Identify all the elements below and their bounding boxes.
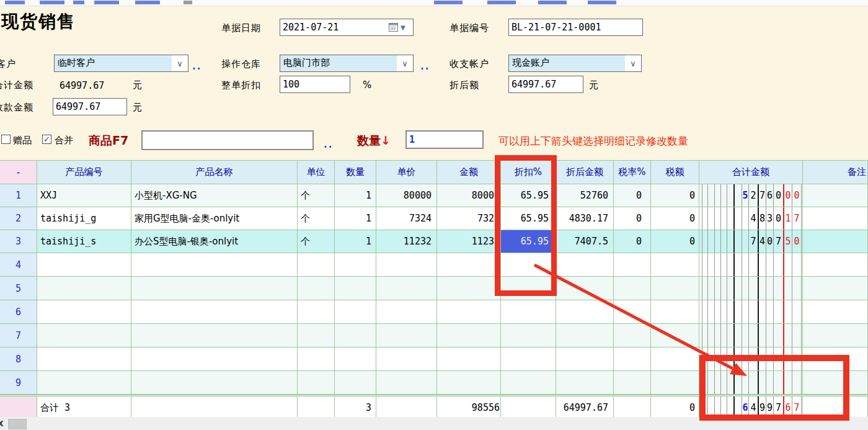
cell-price[interactable] [376, 347, 437, 371]
cell-unit[interactable] [298, 253, 335, 277]
toolbar-link-fragment[interactable] [135, 1, 160, 4]
cell-taxrate[interactable] [614, 300, 651, 324]
customer-combobox[interactable]: 临时客户 ∨ [54, 55, 188, 72]
cell-name[interactable]: 办公S型电脑-银奥-onlyit [131, 230, 298, 253]
cell-taxrate[interactable]: 0 [614, 184, 651, 207]
cell-no[interactable]: 5 [0, 277, 37, 300]
cell-code[interactable] [37, 371, 131, 395]
cell-code[interactable] [37, 253, 131, 277]
cell-tax[interactable]: 0 [651, 184, 699, 207]
cell-tax[interactable]: 0 [651, 207, 699, 230]
toolbar-link-fragment[interactable] [588, 1, 616, 4]
cell-taxrate[interactable] [614, 371, 651, 395]
cell-price[interactable] [376, 277, 437, 300]
cell-total[interactable]: 483017 [699, 207, 803, 230]
cell-taxrate[interactable] [614, 253, 651, 277]
calendar-icon[interactable] [389, 23, 398, 32]
cell-unit[interactable] [298, 347, 335, 371]
cell-remark[interactable] [803, 277, 868, 300]
cell-total[interactable] [699, 324, 803, 347]
cell-tax[interactable] [651, 371, 699, 395]
toolbar-link-fragment[interactable] [73, 1, 84, 4]
cell-taxrate[interactable] [614, 324, 651, 347]
cell-name[interactable] [131, 277, 298, 300]
cell-after[interactable] [556, 300, 614, 324]
cell-no[interactable]: 8 [0, 347, 37, 371]
cell-discount[interactable] [501, 347, 556, 371]
cell-unit[interactable]: 个 [298, 184, 335, 207]
cell-qty[interactable]: 1 [335, 184, 376, 207]
cell-price[interactable] [376, 324, 437, 347]
cell-no[interactable]: 1 [0, 184, 37, 207]
toolbar-link-fragment[interactable] [434, 1, 463, 4]
cell-after[interactable] [556, 324, 614, 347]
cell-after[interactable]: 7407.5 [556, 230, 614, 253]
cell-remark[interactable] [803, 230, 868, 253]
cell-after[interactable]: 52760 [556, 184, 614, 207]
chevron-down-icon[interactable]: ∨ [397, 55, 413, 71]
cell-after[interactable] [556, 253, 614, 277]
cell-price[interactable]: 11232 [376, 230, 437, 253]
cell-price[interactable]: 7324 [376, 207, 437, 230]
chevron-down-icon[interactable]: ∨ [625, 55, 641, 71]
cell-amount[interactable] [437, 300, 501, 324]
cell-discount[interactable] [501, 300, 556, 324]
cell-price[interactable] [376, 300, 437, 324]
cell-code[interactable] [37, 277, 131, 300]
cell-code[interactable]: XXJ [37, 184, 131, 207]
merge-checkbox[interactable]: ✓ [42, 135, 51, 144]
toolbar-link-fragment[interactable] [40, 1, 64, 4]
cell-name[interactable]: 家用G型电脑-金奥-onlyit [131, 207, 298, 230]
cell-discount[interactable] [501, 371, 556, 395]
cell-price[interactable]: 80000 [376, 184, 437, 207]
cell-name[interactable] [131, 300, 298, 324]
toolbar-link-fragment[interactable] [94, 1, 119, 4]
toolbar-icon-fragment[interactable] [184, 1, 192, 4]
cell-remark[interactable] [803, 300, 868, 324]
cell-tax[interactable] [651, 253, 699, 277]
customer-lookup-link[interactable]: .. [192, 61, 202, 72]
cell-total[interactable]: 740750 [699, 230, 803, 253]
warehouse-lookup-link[interactable]: .. [420, 61, 430, 72]
cell-no[interactable]: 2 [0, 207, 37, 230]
cell-no[interactable]: 7 [0, 324, 37, 347]
cell-code[interactable] [37, 324, 131, 347]
cell-qty[interactable] [335, 347, 376, 371]
cell-unit[interactable] [298, 371, 335, 395]
cell-amount[interactable] [437, 253, 501, 277]
cell-unit[interactable]: 个 [298, 207, 335, 230]
cell-total[interactable] [699, 300, 803, 324]
cell-discount[interactable] [501, 324, 556, 347]
cell-remark[interactable] [803, 253, 868, 277]
cell-qty[interactable] [335, 277, 376, 300]
date-picker-controls[interactable]: ▼ [389, 23, 405, 32]
cell-after[interactable] [556, 277, 614, 300]
cell-tax[interactable] [651, 324, 699, 347]
qty-input[interactable] [405, 130, 484, 149]
cell-qty[interactable]: 1 [335, 230, 376, 253]
cell-name[interactable] [131, 324, 298, 347]
cell-no[interactable]: 4 [0, 253, 37, 277]
cell-code[interactable] [37, 300, 131, 324]
cell-unit[interactable] [298, 277, 335, 300]
cell-remark[interactable] [803, 207, 868, 230]
cell-taxrate[interactable]: 0 [614, 230, 651, 253]
received-amount-input[interactable] [53, 98, 127, 115]
cell-name[interactable] [131, 371, 298, 395]
cell-remark[interactable] [803, 184, 868, 207]
account-combobox[interactable]: 现金账户 ∨ [508, 55, 642, 72]
cell-tax[interactable] [651, 300, 699, 324]
cell-code[interactable]: taishiji_g [37, 207, 131, 230]
scrollbar-thumb[interactable] [8, 419, 27, 429]
cell-no[interactable]: 3 [0, 230, 37, 253]
gift-checkbox[interactable] [1, 135, 11, 144]
toolbar-link-fragment[interactable] [487, 1, 516, 4]
cell-amount[interactable] [437, 347, 501, 371]
toolbar-link-fragment[interactable] [5, 1, 25, 4]
cell-qty[interactable] [335, 324, 376, 347]
whole-discount-input[interactable] [280, 76, 350, 93]
cell-amount[interactable] [437, 277, 501, 300]
discounted-amount-input[interactable] [508, 76, 583, 93]
cell-tax[interactable] [651, 347, 699, 371]
cell-name[interactable]: 小型机-XG-NG [131, 184, 298, 207]
